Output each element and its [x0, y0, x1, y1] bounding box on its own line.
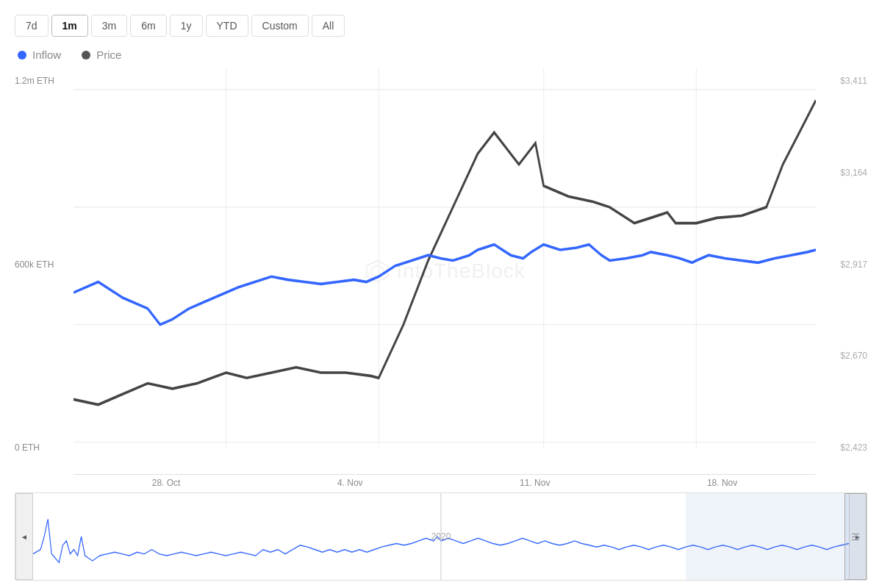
handle-lines — [852, 534, 859, 540]
btn-7d[interactable]: 7d — [15, 15, 49, 37]
chart-wrapper: 1.2m ETH 600k ETH 0 ETH IntoTheBl — [15, 68, 867, 581]
x-axis: 28. Oct 4. Nov 11. Nov 18. Nov — [15, 478, 867, 488]
y-right-2: $3,164 — [816, 168, 867, 178]
mini-chart-container: ◄ 2020 — [15, 492, 867, 581]
y-right-3: $2,917 — [816, 259, 867, 270]
x-label-2: 4. Nov — [337, 478, 363, 488]
scroll-left-button[interactable]: ◄ — [15, 493, 33, 580]
chart-area: IntoTheBlock — [74, 68, 816, 475]
y-left-bot: 0 ETH — [15, 442, 74, 453]
legend-price: Price — [82, 49, 121, 61]
btn-ytd[interactable]: YTD — [206, 15, 248, 37]
legend-inflow: Inflow — [18, 49, 61, 61]
y-left-mid: 600k ETH — [15, 259, 74, 270]
y-axis-left: 1.2m ETH 600k ETH 0 ETH — [15, 68, 74, 475]
y-right-4: $2,670 — [816, 351, 867, 361]
inflow-dot — [18, 51, 26, 60]
btn-3m[interactable]: 3m — [91, 15, 127, 37]
x-label-1: 28. Oct — [152, 478, 181, 488]
inflow-label: Inflow — [32, 49, 61, 61]
svg-rect-14 — [686, 493, 849, 580]
main-chart-svg — [74, 68, 816, 474]
handle-line-3 — [852, 539, 859, 540]
main-container: 7d 1m 3m 6m 1y YTD Custom All Inflow Pri… — [0, 0, 882, 588]
time-range-bar: 7d 1m 3m 6m 1y YTD Custom All — [15, 15, 867, 37]
btn-1y[interactable]: 1y — [170, 15, 203, 37]
btn-6m[interactable]: 6m — [130, 15, 166, 37]
price-dot — [82, 51, 90, 60]
mini-year-label: 2020 — [431, 531, 451, 542]
x-label-3: 11. Nov — [520, 478, 550, 488]
price-label: Price — [96, 49, 121, 61]
navigator-handle[interactable] — [845, 493, 867, 580]
btn-all[interactable]: All — [312, 15, 345, 37]
btn-1m[interactable]: 1m — [51, 15, 88, 37]
y-right-5: $2,423 — [816, 442, 867, 453]
main-chart: 1.2m ETH 600k ETH 0 ETH IntoTheBl — [15, 68, 867, 475]
mini-chart-inner: 2020 — [33, 493, 849, 580]
handle-line-1 — [852, 534, 859, 534]
handle-line-2 — [852, 537, 859, 537]
y-axis-right: $3,411 $3,164 $2,917 $2,670 $2,423 — [816, 68, 867, 475]
y-left-top: 1.2m ETH — [15, 76, 74, 86]
y-right-1: $3,411 — [816, 76, 867, 86]
btn-custom[interactable]: Custom — [251, 15, 309, 37]
chart-legend: Inflow Price — [15, 49, 867, 61]
x-label-4: 18. Nov — [707, 478, 737, 488]
